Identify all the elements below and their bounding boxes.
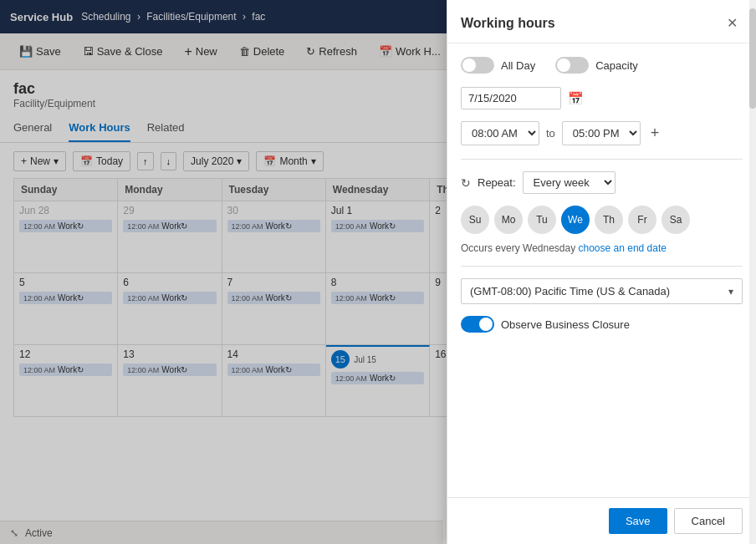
repeat-select[interactable]: Every week Never Every day Every month E… (523, 171, 616, 194)
timezone-row[interactable]: (GMT-08:00) Pacific Time (US & Canada) ▾ (461, 278, 743, 304)
toggle-row: All Day Capacity (461, 57, 743, 74)
divider (461, 159, 743, 160)
capacity-toggle[interactable] (555, 57, 589, 74)
timezone-chevron-icon: ▾ (728, 286, 733, 297)
add-time-button[interactable]: + (651, 125, 660, 142)
calendar-picker-icon[interactable]: 📅 (568, 91, 584, 106)
day-buttons: Su Mo Tu We Th Fr Sa (461, 206, 743, 234)
modal-save-button[interactable]: Save (609, 508, 667, 534)
occurs-text: Occurs every Wednesday choose an end dat… (461, 242, 743, 254)
observe-closure-label: Observe Business Closure (501, 318, 630, 331)
biz-closure-row: Observe Business Closure (461, 316, 743, 333)
modal-footer: Save Cancel (447, 497, 756, 544)
day-friday-button[interactable]: Fr (628, 206, 656, 234)
modal-body: All Day Capacity 📅 08:00 AM to 05:00 PM … (447, 43, 756, 497)
working-hours-panel: Working hours ✕ All Day Capacity 📅 08:00… (447, 0, 756, 544)
modal-close-button[interactable]: ✕ (722, 13, 743, 33)
modal-cancel-button[interactable]: Cancel (674, 508, 743, 534)
date-field: 📅 (461, 87, 743, 109)
day-wednesday-button[interactable]: We (561, 206, 590, 234)
timezone-text: (GMT-08:00) Pacific Time (US & Canada) (470, 285, 670, 297)
choose-end-date-link[interactable]: choose an end date (579, 242, 667, 254)
day-thursday-button[interactable]: Th (595, 206, 623, 234)
capacity-toggle-item: Capacity (555, 57, 638, 74)
all-day-label: All Day (501, 59, 535, 72)
to-label: to (546, 127, 555, 140)
time-row: 08:00 AM to 05:00 PM + (461, 121, 743, 145)
scrollbar-thumb[interactable] (749, 8, 756, 109)
capacity-label: Capacity (595, 59, 638, 72)
repeat-label: Repeat: (478, 176, 516, 189)
modal-header: Working hours ✕ (447, 0, 756, 43)
day-saturday-button[interactable]: Sa (662, 206, 690, 234)
day-sunday-button[interactable]: Su (461, 206, 489, 234)
all-day-toggle-item: All Day (461, 57, 535, 74)
divider-2 (461, 266, 743, 267)
day-tuesday-button[interactable]: Tu (528, 206, 556, 234)
end-time-select[interactable]: 05:00 PM (562, 121, 641, 145)
repeat-row: ↻ Repeat: Every week Never Every day Eve… (461, 171, 743, 194)
scrollbar-track (749, 0, 756, 544)
repeat-icon: ↻ (461, 176, 471, 190)
modal-title: Working hours (461, 16, 555, 31)
day-monday-button[interactable]: Mo (494, 206, 523, 234)
date-input[interactable] (461, 87, 561, 109)
observe-closure-toggle[interactable] (461, 316, 494, 333)
all-day-toggle[interactable] (461, 57, 494, 74)
start-time-select[interactable]: 08:00 AM (461, 121, 539, 145)
